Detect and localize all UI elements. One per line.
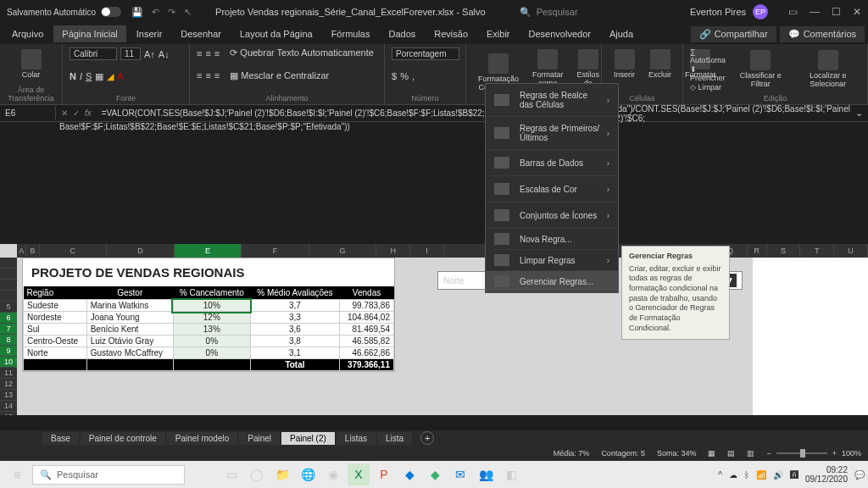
cells[interactable]: PROJETO DE VENDAS REGIONAIS Região Gesto… <box>17 258 868 415</box>
sheet-tab-painel2[interactable]: Painel (2) <box>281 432 335 445</box>
col-e[interactable]: E <box>175 244 242 258</box>
col-d[interactable]: D <box>107 244 175 258</box>
sheet-tab-painel-modelo[interactable]: Painel modelo <box>167 432 237 445</box>
italic-button[interactable]: I <box>80 71 82 81</box>
font-color-icon[interactable]: A <box>117 71 123 81</box>
tab-desenhar[interactable]: Desenhar <box>172 25 230 42</box>
toggle-icon[interactable] <box>101 7 121 17</box>
col-a[interactable]: A <box>17 244 26 258</box>
percent-icon[interactable]: % <box>400 71 409 81</box>
cf-highlight-rules[interactable]: Regras de Realce das Células› <box>486 84 618 117</box>
align-center-icon[interactable]: ≡ <box>205 70 210 80</box>
number-format-select[interactable]: Porcentagem <box>392 47 459 60</box>
bluetooth-icon[interactable]: ᛒ <box>744 470 749 480</box>
volume-icon[interactable]: 🔊 <box>773 470 783 480</box>
expand-formula-icon[interactable]: ⌄ <box>850 108 868 119</box>
zoom-out-icon[interactable]: − <box>766 449 771 458</box>
fill-color-icon[interactable]: ◢ <box>107 71 114 82</box>
bold-button[interactable]: N <box>70 71 76 81</box>
start-button[interactable]: ⊞ <box>3 463 31 486</box>
find-select-button[interactable]: Localizar e Selecionar <box>795 48 860 91</box>
ribbon-options-icon[interactable]: ▭ <box>788 6 798 18</box>
notifications-icon[interactable]: 💬 <box>854 470 865 480</box>
col-b[interactable]: B <box>26 244 39 258</box>
outlook-icon[interactable]: ✉ <box>449 463 471 485</box>
col-g[interactable]: G <box>309 244 377 258</box>
sort-filter-button[interactable]: Classificar e Filtrar <box>732 48 788 91</box>
close-icon[interactable]: ✕ <box>853 6 861 18</box>
sheet-tab-lista[interactable]: Lista <box>377 432 412 445</box>
zoom-in-icon[interactable]: + <box>832 449 837 458</box>
comma-icon[interactable]: , <box>412 71 415 81</box>
tab-layout[interactable]: Layout da Página <box>231 25 321 42</box>
font-name-input[interactable]: Calibri <box>70 47 117 60</box>
align-mid-icon[interactable]: ≡ <box>205 48 210 58</box>
paste-button[interactable]: Colar <box>7 47 55 81</box>
cf-new-rule[interactable]: Nova Regra... <box>486 229 618 250</box>
col-h[interactable]: H <box>376 244 410 258</box>
merge-button[interactable]: Mesclar e Centralizar <box>241 70 329 80</box>
border-icon[interactable]: ▦ <box>95 71 103 82</box>
tab-ajuda[interactable]: Ajuda <box>601 25 642 42</box>
wifi-icon[interactable]: 📶 <box>756 470 766 480</box>
excel-icon[interactable]: X <box>348 463 370 485</box>
winzip-icon[interactable]: ◧ <box>500 463 522 485</box>
view-break-icon[interactable]: ▥ <box>747 449 754 458</box>
onedrive-icon[interactable]: ☁ <box>729 470 737 480</box>
tab-inserir[interactable]: Inserir <box>128 25 171 42</box>
tab-arquivo[interactable]: Arquivo <box>3 25 52 42</box>
tab-dados[interactable]: Dados <box>380 25 424 42</box>
task-view-icon[interactable]: ▭ <box>220 463 242 485</box>
add-sheet-button[interactable]: + <box>420 431 434 445</box>
view-layout-icon[interactable]: ▤ <box>727 449 735 458</box>
powerpoint-icon[interactable]: P <box>373 463 395 485</box>
undo-icon[interactable]: ↶ <box>152 7 159 18</box>
cancel-formula-icon[interactable]: ✕ <box>61 108 68 118</box>
autosum-button[interactable]: ∑ AutoSoma <box>690 47 726 64</box>
sheet-tab-painel[interactable]: Painel <box>239 432 280 445</box>
fx-icon[interactable]: fx <box>85 108 92 118</box>
col-r[interactable]: R <box>748 244 767 258</box>
vscode-icon[interactable]: ◆ <box>398 463 420 485</box>
user-area[interactable]: Everton Pires EP <box>690 4 768 19</box>
clear-button[interactable]: ◇ Limpar <box>690 83 726 92</box>
decrease-font-icon[interactable]: A↓ <box>159 49 170 59</box>
cf-manage-rules[interactable]: Gerenciar Regras... <box>486 271 618 292</box>
cf-icon-sets[interactable]: Conjuntos de Ícones› <box>486 202 618 229</box>
maximize-icon[interactable]: ☐ <box>832 6 841 18</box>
teams-icon[interactable]: 👥 <box>475 463 497 485</box>
cf-data-bars[interactable]: Barras de Dados› <box>486 150 618 176</box>
taskbar-search[interactable]: 🔍 Pesquisar <box>32 465 185 485</box>
sheet-tab-painel-controle[interactable]: Painel de controle <box>81 432 165 445</box>
autosave-toggle[interactable]: Salvamento Automático <box>7 7 121 17</box>
name-box[interactable]: E6 <box>0 107 56 119</box>
tab-formulas[interactable]: Fórmulas <box>323 25 379 42</box>
lang-icon[interactable]: 🅰 <box>790 470 798 480</box>
view-normal-icon[interactable]: ▦ <box>708 449 715 458</box>
explorer-icon[interactable]: 📁 <box>271 463 293 485</box>
cortana-icon[interactable]: ◯ <box>246 463 268 485</box>
zoom-slider[interactable] <box>776 452 827 454</box>
insert-cells-button[interactable]: Inserir <box>609 47 640 81</box>
increase-font-icon[interactable]: A↑ <box>144 49 155 59</box>
align-left-icon[interactable]: ≡ <box>197 70 202 80</box>
fill-button[interactable]: ⬇ Preencher <box>690 65 726 82</box>
comments-button[interactable]: 💬 Comentários <box>780 26 865 42</box>
col-i[interactable]: I <box>410 244 444 258</box>
sheet-tab-base[interactable]: Base <box>42 432 79 445</box>
sheet-tab-listas[interactable]: Listas <box>337 432 376 445</box>
delete-cells-button[interactable]: Excluir <box>643 47 676 81</box>
font-size-input[interactable]: 11 <box>120 47 141 60</box>
accept-formula-icon[interactable]: ✓ <box>73 108 80 118</box>
underline-button[interactable]: S <box>86 71 92 81</box>
align-bot-icon[interactable]: ≡ <box>214 48 220 58</box>
col-c[interactable]: C <box>40 244 108 258</box>
chrome-icon[interactable]: ◉ <box>322 463 344 485</box>
cf-color-scales[interactable]: Escalas de Cor› <box>486 176 618 202</box>
tab-revisao[interactable]: Revisão <box>426 25 476 42</box>
col-t[interactable]: T <box>800 244 834 258</box>
share-button[interactable]: 🔗 Compartilhar <box>691 26 776 42</box>
tab-dev[interactable]: Desenvolvedor <box>520 25 599 42</box>
redo-icon[interactable]: ↷ <box>168 7 175 18</box>
tab-exibir[interactable]: Exibir <box>478 25 519 42</box>
